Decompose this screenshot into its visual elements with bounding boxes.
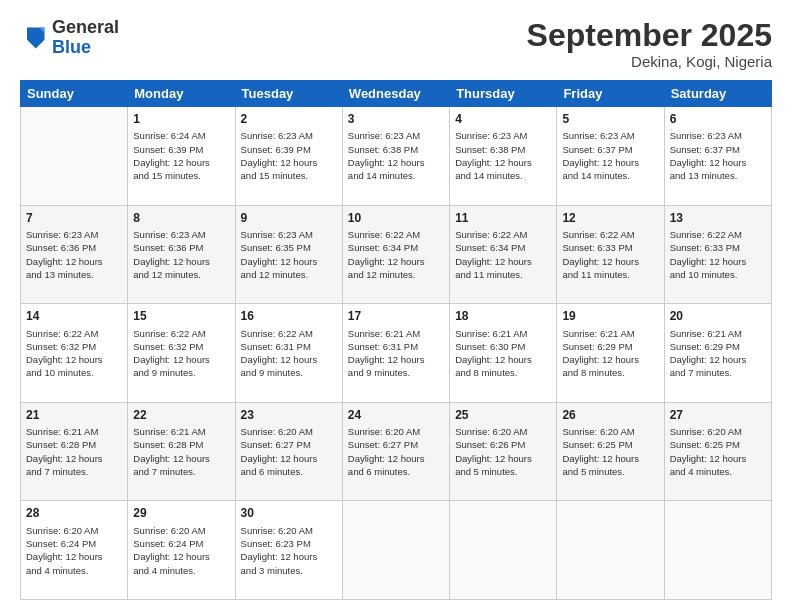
location-text: Dekina, Kogi, Nigeria xyxy=(527,53,772,70)
day-number: 5 xyxy=(562,111,658,127)
calendar-week-row: 21Sunrise: 6:21 AMSunset: 6:28 PMDayligh… xyxy=(21,402,772,501)
day-number: 14 xyxy=(26,308,122,324)
day-info: Sunrise: 6:22 AMSunset: 6:34 PMDaylight:… xyxy=(348,228,444,281)
table-row: 4Sunrise: 6:23 AMSunset: 6:38 PMDaylight… xyxy=(450,107,557,206)
day-info: Sunrise: 6:21 AMSunset: 6:29 PMDaylight:… xyxy=(562,327,658,380)
table-row: 21Sunrise: 6:21 AMSunset: 6:28 PMDayligh… xyxy=(21,402,128,501)
table-row: 1Sunrise: 6:24 AMSunset: 6:39 PMDaylight… xyxy=(128,107,235,206)
day-number: 10 xyxy=(348,210,444,226)
svg-marker-0 xyxy=(27,27,45,48)
table-row: 9Sunrise: 6:23 AMSunset: 6:35 PMDaylight… xyxy=(235,205,342,304)
day-info: Sunrise: 6:22 AMSunset: 6:34 PMDaylight:… xyxy=(455,228,551,281)
day-number: 21 xyxy=(26,407,122,423)
day-info: Sunrise: 6:20 AMSunset: 6:24 PMDaylight:… xyxy=(133,524,229,577)
day-number: 22 xyxy=(133,407,229,423)
day-info: Sunrise: 6:22 AMSunset: 6:33 PMDaylight:… xyxy=(562,228,658,281)
table-row: 13Sunrise: 6:22 AMSunset: 6:33 PMDayligh… xyxy=(664,205,771,304)
day-info: Sunrise: 6:20 AMSunset: 6:26 PMDaylight:… xyxy=(455,425,551,478)
day-info: Sunrise: 6:20 AMSunset: 6:27 PMDaylight:… xyxy=(348,425,444,478)
day-number: 28 xyxy=(26,505,122,521)
day-info: Sunrise: 6:22 AMSunset: 6:33 PMDaylight:… xyxy=(670,228,766,281)
table-row: 3Sunrise: 6:23 AMSunset: 6:38 PMDaylight… xyxy=(342,107,449,206)
table-row: 15Sunrise: 6:22 AMSunset: 6:32 PMDayligh… xyxy=(128,304,235,403)
day-info: Sunrise: 6:20 AMSunset: 6:23 PMDaylight:… xyxy=(241,524,337,577)
calendar-table: Sunday Monday Tuesday Wednesday Thursday… xyxy=(20,80,772,600)
table-row: 8Sunrise: 6:23 AMSunset: 6:36 PMDaylight… xyxy=(128,205,235,304)
day-number: 7 xyxy=(26,210,122,226)
col-wednesday: Wednesday xyxy=(342,81,449,107)
day-info: Sunrise: 6:24 AMSunset: 6:39 PMDaylight:… xyxy=(133,129,229,182)
table-row: 16Sunrise: 6:22 AMSunset: 6:31 PMDayligh… xyxy=(235,304,342,403)
day-info: Sunrise: 6:21 AMSunset: 6:28 PMDaylight:… xyxy=(26,425,122,478)
table-row: 23Sunrise: 6:20 AMSunset: 6:27 PMDayligh… xyxy=(235,402,342,501)
day-number: 6 xyxy=(670,111,766,127)
day-info: Sunrise: 6:20 AMSunset: 6:24 PMDaylight:… xyxy=(26,524,122,577)
day-number: 11 xyxy=(455,210,551,226)
table-row: 14Sunrise: 6:22 AMSunset: 6:32 PMDayligh… xyxy=(21,304,128,403)
table-row: 22Sunrise: 6:21 AMSunset: 6:28 PMDayligh… xyxy=(128,402,235,501)
day-number: 3 xyxy=(348,111,444,127)
month-year-title: September 2025 xyxy=(527,18,772,53)
day-info: Sunrise: 6:20 AMSunset: 6:25 PMDaylight:… xyxy=(670,425,766,478)
day-info: Sunrise: 6:23 AMSunset: 6:39 PMDaylight:… xyxy=(241,129,337,182)
day-info: Sunrise: 6:22 AMSunset: 6:31 PMDaylight:… xyxy=(241,327,337,380)
day-info: Sunrise: 6:21 AMSunset: 6:30 PMDaylight:… xyxy=(455,327,551,380)
day-number: 15 xyxy=(133,308,229,324)
logo: General Blue xyxy=(20,18,119,58)
day-number: 20 xyxy=(670,308,766,324)
day-info: Sunrise: 6:21 AMSunset: 6:29 PMDaylight:… xyxy=(670,327,766,380)
col-sunday: Sunday xyxy=(21,81,128,107)
day-info: Sunrise: 6:22 AMSunset: 6:32 PMDaylight:… xyxy=(133,327,229,380)
logo-text: General Blue xyxy=(52,18,119,58)
day-info: Sunrise: 6:23 AMSunset: 6:36 PMDaylight:… xyxy=(26,228,122,281)
table-row xyxy=(557,501,664,600)
day-number: 13 xyxy=(670,210,766,226)
table-row: 20Sunrise: 6:21 AMSunset: 6:29 PMDayligh… xyxy=(664,304,771,403)
day-number: 26 xyxy=(562,407,658,423)
day-info: Sunrise: 6:20 AMSunset: 6:25 PMDaylight:… xyxy=(562,425,658,478)
day-number: 12 xyxy=(562,210,658,226)
calendar-week-row: 14Sunrise: 6:22 AMSunset: 6:32 PMDayligh… xyxy=(21,304,772,403)
table-row xyxy=(342,501,449,600)
calendar-week-row: 1Sunrise: 6:24 AMSunset: 6:39 PMDaylight… xyxy=(21,107,772,206)
day-number: 24 xyxy=(348,407,444,423)
day-number: 2 xyxy=(241,111,337,127)
day-info: Sunrise: 6:21 AMSunset: 6:28 PMDaylight:… xyxy=(133,425,229,478)
day-number: 29 xyxy=(133,505,229,521)
day-number: 17 xyxy=(348,308,444,324)
day-number: 25 xyxy=(455,407,551,423)
table-row: 28Sunrise: 6:20 AMSunset: 6:24 PMDayligh… xyxy=(21,501,128,600)
calendar-header-row: Sunday Monday Tuesday Wednesday Thursday… xyxy=(21,81,772,107)
day-number: 4 xyxy=(455,111,551,127)
day-number: 19 xyxy=(562,308,658,324)
table-row: 2Sunrise: 6:23 AMSunset: 6:39 PMDaylight… xyxy=(235,107,342,206)
day-number: 27 xyxy=(670,407,766,423)
table-row: 11Sunrise: 6:22 AMSunset: 6:34 PMDayligh… xyxy=(450,205,557,304)
calendar-week-row: 7Sunrise: 6:23 AMSunset: 6:36 PMDaylight… xyxy=(21,205,772,304)
day-info: Sunrise: 6:23 AMSunset: 6:38 PMDaylight:… xyxy=(348,129,444,182)
table-row xyxy=(664,501,771,600)
day-number: 16 xyxy=(241,308,337,324)
page: General Blue September 2025 Dekina, Kogi… xyxy=(0,0,792,612)
day-info: Sunrise: 6:23 AMSunset: 6:35 PMDaylight:… xyxy=(241,228,337,281)
table-row: 5Sunrise: 6:23 AMSunset: 6:37 PMDaylight… xyxy=(557,107,664,206)
day-number: 23 xyxy=(241,407,337,423)
title-block: September 2025 Dekina, Kogi, Nigeria xyxy=(527,18,772,70)
day-number: 9 xyxy=(241,210,337,226)
table-row: 19Sunrise: 6:21 AMSunset: 6:29 PMDayligh… xyxy=(557,304,664,403)
logo-blue: Blue xyxy=(52,37,91,57)
col-tuesday: Tuesday xyxy=(235,81,342,107)
table-row: 18Sunrise: 6:21 AMSunset: 6:30 PMDayligh… xyxy=(450,304,557,403)
table-row: 6Sunrise: 6:23 AMSunset: 6:37 PMDaylight… xyxy=(664,107,771,206)
table-row: 24Sunrise: 6:20 AMSunset: 6:27 PMDayligh… xyxy=(342,402,449,501)
day-number: 8 xyxy=(133,210,229,226)
header: General Blue September 2025 Dekina, Kogi… xyxy=(20,18,772,70)
day-info: Sunrise: 6:20 AMSunset: 6:27 PMDaylight:… xyxy=(241,425,337,478)
day-info: Sunrise: 6:21 AMSunset: 6:31 PMDaylight:… xyxy=(348,327,444,380)
calendar-week-row: 28Sunrise: 6:20 AMSunset: 6:24 PMDayligh… xyxy=(21,501,772,600)
table-row: 7Sunrise: 6:23 AMSunset: 6:36 PMDaylight… xyxy=(21,205,128,304)
table-row: 25Sunrise: 6:20 AMSunset: 6:26 PMDayligh… xyxy=(450,402,557,501)
table-row: 29Sunrise: 6:20 AMSunset: 6:24 PMDayligh… xyxy=(128,501,235,600)
col-friday: Friday xyxy=(557,81,664,107)
day-info: Sunrise: 6:23 AMSunset: 6:37 PMDaylight:… xyxy=(670,129,766,182)
